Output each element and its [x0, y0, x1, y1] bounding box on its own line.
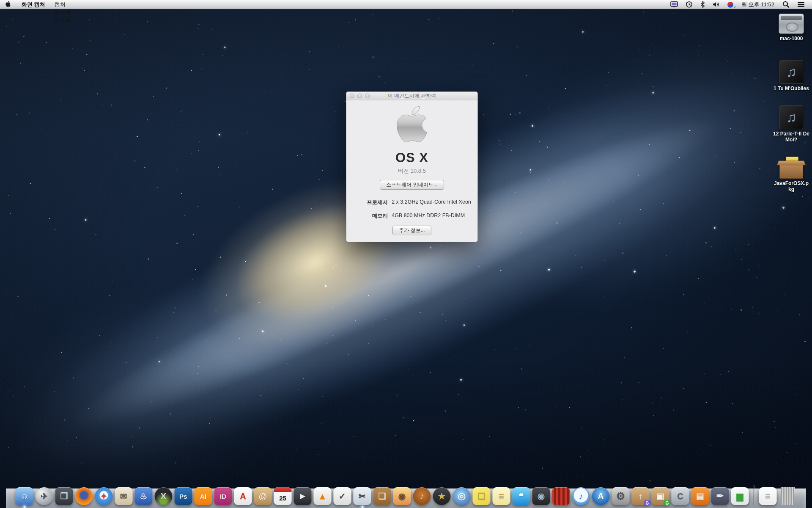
processor-row: 프로세서 2 x 3.2GHz Quad-Core Intel Xeon	[353, 199, 471, 206]
dock-indesign-icon[interactable]: ID	[214, 487, 232, 505]
korean-input-icon[interactable]: 2	[724, 0, 736, 9]
dock-messages-icon[interactable]: ❝	[513, 487, 530, 505]
dock-vlc-icon[interactable]: ▲	[314, 487, 332, 505]
dock-numbers-icon[interactable]: ▆	[731, 487, 749, 505]
desktop-icons: mac-10001 Tu M'Oublies12 Parle-T-Il De M…	[771, 0, 811, 508]
dock-calendar-icon[interactable]: 25	[274, 487, 292, 505]
dock-x-app-icon[interactable]: X	[155, 487, 173, 505]
dock-glyph: ✓	[339, 492, 346, 500]
desktop-icon-package-file[interactable]: JavaForOSX.pkg	[771, 155, 811, 192]
close-button[interactable]	[350, 94, 354, 98]
dock-glyph: X	[161, 492, 166, 500]
window-titlebar[interactable]: 이 매킨토시에 관하여	[346, 92, 477, 100]
dock-grab-icon[interactable]: ✂	[354, 487, 371, 505]
dock-adobe-reader-icon[interactable]: A	[234, 487, 252, 505]
menu-item-2[interactable]: 캡처	[50, 1, 76, 8]
system-specs: 프로세서 2 x 3.2GHz Quad-Core Intel Xeon 메모리…	[353, 199, 471, 220]
dock-glyph: ▆	[737, 492, 743, 500]
dock-clamp-tool-icon[interactable]: C	[672, 487, 689, 505]
minimize-button[interactable]	[357, 94, 362, 98]
dock-glyph: ≡	[765, 491, 771, 501]
dock-iphoto-icon[interactable]: ◉	[393, 487, 411, 505]
dock-photoshop-icon[interactable]: Ps	[175, 487, 192, 505]
zoom-button[interactable]	[365, 94, 370, 98]
dock-imovie-icon[interactable]: ★	[433, 487, 451, 505]
dock-divider	[754, 485, 754, 505]
dock-camera-app-icon[interactable]: ◉	[532, 487, 550, 505]
dock-glyph: 25	[279, 495, 286, 501]
dock-mail-icon[interactable]: ✉	[115, 487, 133, 505]
os-version: 버전 10.8.5	[398, 167, 426, 175]
dock-reminders-icon[interactable]: ✓	[334, 487, 351, 505]
dock-idvd-icon[interactable]: ◎	[453, 487, 471, 505]
menu-bar-left: 화면 캡처 파일편집캡처윈도우도움말	[0, 0, 76, 9]
dock-glyph: ✦	[100, 492, 107, 500]
memory-label: 메모리	[353, 213, 392, 220]
dock-items: ☺✈❐✦✉♨XPsAiIDA@25▶▲✓✂❏◉♪★◎❑≡❝◉♪A⚙↑▣C▤✒▆≡	[16, 485, 797, 505]
dock-glyph: ❝	[519, 492, 524, 500]
dock-glyph: ↑	[639, 492, 643, 500]
apple-logo	[392, 105, 432, 149]
hard-drive-icon	[779, 14, 804, 34]
dock-glyph: ⚙	[616, 491, 625, 501]
dock-contacts-icon[interactable]: @	[254, 487, 272, 505]
dock-installer-box-paper-icon[interactable]: ▣	[652, 487, 669, 505]
dock-glyph: ♪	[420, 492, 424, 500]
dock-keynote-icon[interactable]: ▤	[691, 487, 709, 505]
dock-photo-booth-icon[interactable]	[552, 487, 570, 505]
menu-clock[interactable]: 월 오후 11:52	[738, 1, 778, 8]
dock-illustrator-icon[interactable]: Ai	[195, 487, 212, 505]
spotlight-icon[interactable]	[779, 0, 793, 9]
dock-glyph: ◉	[538, 492, 545, 500]
dock-glyph: Ai	[200, 493, 206, 500]
dock-stickies-icon[interactable]: ❑	[473, 487, 491, 505]
dock-glyph: ✈	[41, 492, 48, 500]
desktop-icon-hard-drive[interactable]: mac-1000	[771, 14, 811, 41]
audio-icon	[779, 60, 803, 84]
traffic-lights	[350, 94, 370, 98]
copyright-text: TM 및 © 1983-2013 Apple Inc. 모든 권리 보유. 사용…	[381, 242, 444, 242]
dock-document-file-icon[interactable]: ≡	[759, 487, 777, 505]
notification-center-icon[interactable]	[794, 0, 808, 9]
menu-item-4[interactable]: 도움말	[50, 16, 76, 24]
processor-label: 프로세서	[353, 199, 392, 206]
dock-firefox-icon[interactable]	[75, 487, 93, 505]
dock-glyph: ♨	[140, 492, 148, 500]
menu-bar-right: 2 월 오후 11:52	[667, 0, 812, 9]
dock-glyph: ❐	[60, 492, 68, 500]
dock-glyph: ▤	[696, 492, 704, 500]
dock-system-preferences-icon[interactable]: ⚙	[612, 487, 630, 505]
dock-finder-icon[interactable]: ☺	[16, 487, 33, 505]
dock-glyph: ♪	[579, 492, 583, 500]
desktop-icon-audio-file-1[interactable]: 1 Tu M'Oublies	[771, 60, 811, 91]
dock-media-player-icon[interactable]: ▶	[294, 487, 312, 505]
menu-app-name[interactable]: 화면 캡처	[17, 0, 50, 9]
desktop-icon-audio-file-2[interactable]: 12 Parle-T-Il De Moi?	[771, 105, 811, 143]
dock-safari-icon[interactable]: ✦	[95, 487, 113, 505]
dock-launchpad-icon[interactable]: ✈	[36, 487, 53, 505]
apple-menu-icon[interactable]	[0, 0, 17, 9]
dock-glyph: ▲	[318, 492, 327, 500]
dock-pinboard-icon[interactable]: ❏	[373, 487, 391, 505]
dock-installer-box-up-icon[interactable]: ↑	[632, 487, 650, 505]
software-update-button[interactable]: 소프트웨어 업데이트...	[380, 180, 444, 190]
more-info-button[interactable]: 추가 정보...	[392, 226, 431, 235]
memory-row: 메모리 4GB 800 MHz DDR2 FB-DIMM	[353, 213, 471, 220]
dock-itunes-icon[interactable]: ♪	[572, 487, 590, 505]
bluetooth-icon[interactable]	[697, 0, 708, 9]
dock-app-store-icon[interactable]: A	[592, 487, 610, 505]
display-icon[interactable]	[667, 0, 681, 9]
dock-pages-icon[interactable]: ✒	[711, 487, 729, 505]
time-machine-icon[interactable]	[683, 0, 696, 9]
dock-glyph: A	[240, 492, 246, 500]
dock-toast-icon[interactable]: ♨	[135, 487, 153, 505]
dock-glyph: ❑	[478, 492, 486, 500]
volume-icon[interactable]	[710, 0, 723, 9]
dock-mission-control-icon[interactable]: ❐	[55, 487, 73, 505]
dock-garageband-icon[interactable]: ♪	[413, 487, 431, 505]
dock-trash-icon[interactable]	[779, 487, 797, 505]
dock-glyph: ▶	[300, 493, 305, 500]
processor-value: 2 x 3.2GHz Quad-Core Intel Xeon	[392, 199, 471, 206]
menu-item-3[interactable]: 윈도우	[50, 8, 76, 16]
dock-notes-icon[interactable]: ≡	[493, 487, 510, 505]
